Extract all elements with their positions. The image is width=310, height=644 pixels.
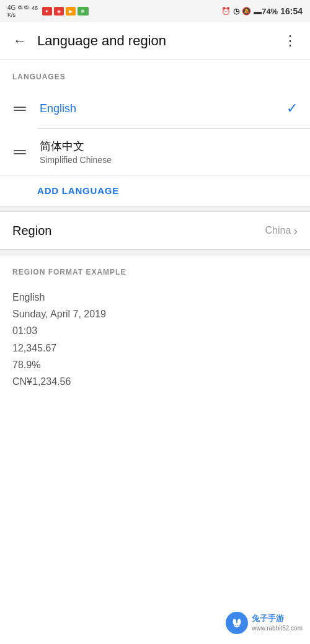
english-language-name: English [40,102,286,115]
region-label: Region [12,224,265,238]
language-english-text: English [40,102,286,115]
region-row[interactable]: Region China › [0,212,310,249]
language-chinese-text: 简体中文 Simplified Chinese [40,139,298,165]
format-line-1: Sunday, April 7, 2019 [12,306,298,322]
section-gap-1 [0,206,310,211]
signal-icons: 4G ᪤᪤ 46K/s [7,4,38,18]
rabbit-icon [230,616,244,630]
section-gap-2 [0,250,310,255]
back-button[interactable]: ← [7,29,32,53]
svg-point-4 [237,625,239,627]
drag-line-2 [14,110,26,111]
format-line-3: 12,345.67 [12,340,298,356]
drag-line-1 [14,107,26,108]
page-title: Language and region [37,33,278,49]
svg-point-3 [236,625,237,627]
watermark-text: 兔子手游 www.rabbit52.com [252,614,303,632]
region-value: China [265,225,291,236]
bell-icon: 🔕 [242,7,251,15]
more-options-button[interactable]: ⋮ [278,29,303,53]
format-examples-container: English Sunday, April 7, 2019 01:03 12,3… [0,284,310,408]
drag-line-4 [14,153,26,154]
watermark-name: 兔子手游 [252,614,303,624]
language-item-english[interactable]: English ✓ [0,89,310,128]
format-line-2: 01:03 [12,322,298,339]
alarm-icon: ⏰ [221,7,231,15]
language-item-chinese[interactable]: 简体中文 Simplified Chinese [0,129,310,175]
format-line-5: CN¥1,234.56 [12,373,298,390]
drag-handle-chinese[interactable] [12,148,27,157]
status-bar: 4G ᪤᪤ 46K/s ✦ ◈ ▶ ❋ ⏰ ◷ 🔕 ▬74% 16:54 [0,0,310,22]
watermark: 兔子手游 www.rabbit52.com [226,612,303,634]
watermark-url: www.rabbit52.com [252,624,303,632]
format-line-0: English [12,289,298,306]
watermark-icon [226,612,248,634]
drag-handle-english[interactable] [12,104,27,113]
notif-icon-2: ◈ [54,7,64,15]
region-format-section: REGION FORMAT EXAMPLE English Sunday, Ap… [0,255,310,408]
app-bar: ← Language and region ⋮ [0,22,310,60]
selected-check-icon: ✓ [286,100,298,117]
status-left: 4G ᪤᪤ 46K/s ✦ ◈ ▶ ❋ [7,4,89,18]
time-display: 16:54 [280,6,303,16]
battery-icon: ▬74% [254,7,278,16]
add-language-button[interactable]: ADD LANGUAGE [0,175,310,206]
more-icon: ⋮ [283,33,297,49]
drag-line-3 [14,150,26,151]
format-line-4: 78.9% [12,356,298,373]
languages-section-header: LANGUAGES [0,60,310,89]
clock-icon: ◷ [233,7,239,15]
notif-icon-3: ▶ [66,7,76,15]
notif-icon-4: ❋ [78,7,89,15]
chinese-language-subtitle: Simplified Chinese [40,155,298,165]
status-right: ⏰ ◷ 🔕 ▬74% 16:54 [221,6,303,16]
chinese-language-name: 简体中文 [40,139,298,154]
region-format-header: REGION FORMAT EXAMPLE [0,255,310,284]
back-arrow-icon: ← [13,33,27,49]
notif-icon-1: ✦ [42,7,52,15]
region-chevron-icon: › [293,224,298,238]
svg-point-2 [234,623,240,627]
